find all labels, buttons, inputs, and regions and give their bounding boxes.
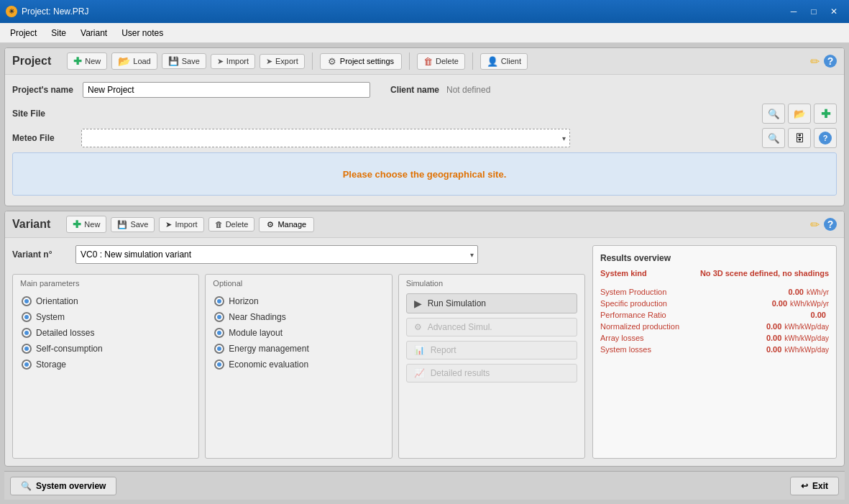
main-params-title: Main parameters (20, 279, 191, 288)
project-delete-button[interactable]: 🗑 Delete (417, 53, 465, 70)
report-button[interactable]: 📊 Report (406, 341, 577, 359)
results-system-kind-value: No 3D scene defined, no shadings (700, 269, 829, 278)
orientation-radio (22, 296, 32, 306)
array-losses-label: Array losses (600, 334, 644, 342)
param-economic-evaluation[interactable]: Economic evaluation (213, 357, 384, 372)
report-icon: 📊 (414, 345, 425, 355)
optional-title: Optional (213, 279, 384, 288)
project-import-button[interactable]: ➤ Import (211, 54, 255, 69)
variant-title: Variant (12, 218, 50, 231)
self-consumption-label: Self-consumption (36, 344, 103, 354)
menu-variant[interactable]: Variant (73, 25, 114, 41)
meteo-file-select[interactable] (81, 129, 570, 147)
normalized-production-value-group: 0.00 kWh/kWp/day (766, 322, 829, 331)
variant-delete-button[interactable]: 🗑 Delete (208, 217, 255, 232)
minimize-button[interactable]: ─ (784, 4, 803, 19)
system-production-value: 0.00 (788, 288, 803, 296)
system-production-unit: kWh/yr (807, 288, 829, 296)
advanced-simul-button[interactable]: ⚙ Advanced Simul. (406, 318, 577, 336)
variant-new-button[interactable]: ✚ New (66, 216, 106, 233)
project-save-button[interactable]: 💾 Save (162, 53, 206, 69)
site-folder-button[interactable]: 📂 (788, 104, 811, 124)
site-search-button[interactable]: 🔍 (762, 104, 785, 124)
client-name-value: Not defined (446, 85, 490, 95)
variant-save-icon: 💾 (117, 220, 127, 229)
close-button[interactable]: ✕ (825, 4, 843, 19)
meteo-search-button[interactable]: 🔍 (762, 128, 785, 148)
toolbar-separator-1 (312, 52, 313, 70)
variant-trash-icon: 🗑 (215, 220, 223, 229)
project-settings-button[interactable]: ⚙ Project settings (320, 53, 402, 70)
menu-project[interactable]: Project (3, 25, 44, 41)
alert-area: Please choose the geographical site. (12, 152, 837, 196)
param-near-shadings[interactable]: Near Shadings (213, 309, 384, 325)
module-layout-radio (214, 328, 224, 338)
param-self-consumption[interactable]: Self-consumption (20, 341, 191, 357)
toolbar-separator-3 (472, 52, 473, 70)
optional-group: Optional Horizon Near Shadings Module la… (205, 274, 392, 459)
pencil-icon[interactable]: ✏ (810, 55, 820, 68)
help-icon-meteo: ? (819, 132, 832, 145)
performance-ratio-value: 0.00 (811, 311, 826, 319)
variant-select[interactable]: VC0 : New simulation variant (75, 245, 478, 264)
variant-gear-icon: ⚙ (267, 220, 274, 229)
folder-icon: 📂 (794, 109, 806, 119)
run-simulation-button[interactable]: ▶ Run Simulation (406, 293, 577, 313)
magnify-icon: 🔍 (21, 481, 32, 491)
project-new-button[interactable]: ✚ New (67, 52, 107, 70)
menu-user-notes[interactable]: User notes (114, 25, 170, 41)
param-storage[interactable]: Storage (20, 357, 191, 372)
orientation-label: Orientation (36, 296, 78, 306)
system-radio (22, 312, 32, 322)
near-shadings-label: Near Shadings (229, 312, 285, 322)
app-icon: ☀ (6, 6, 17, 17)
site-add-button[interactable]: ✚ (814, 104, 837, 124)
meteo-db-button[interactable]: 🗄 (788, 128, 811, 148)
project-name-input[interactable] (83, 82, 370, 98)
toolbar-separator-2 (409, 52, 410, 70)
project-load-button[interactable]: 📂 Load (111, 52, 157, 70)
variant-manage-button[interactable]: ⚙ Manage (259, 217, 314, 232)
detailed-results-button[interactable]: 📈 Detailed results (406, 364, 577, 382)
plus-icon: ✚ (73, 55, 82, 67)
menu-bar: Project Site Variant User notes (0, 23, 849, 43)
maximize-button[interactable]: □ (804, 4, 823, 19)
system-losses-label: System losses (600, 345, 651, 354)
window-title: Project: New.PRJ (22, 6, 784, 17)
results-row-system-production: System Production 0.00 kWh/yr (600, 286, 829, 298)
variant-import-icon: ➤ (165, 220, 172, 229)
results-row-system-losses: System losses 0.00 kWh/kWp/day (600, 344, 829, 355)
results-row-specific-production: Specific production 0.00 kWh/kWp/yr (600, 298, 829, 309)
economic-evaluation-radio (214, 359, 224, 370)
param-detailed-losses[interactable]: Detailed losses (20, 325, 191, 341)
database-icon: 🗄 (795, 133, 804, 144)
specific-production-label: Specific production (600, 299, 667, 308)
project-export-button[interactable]: ➤ Export (260, 54, 305, 69)
param-horizon[interactable]: Horizon (213, 293, 384, 309)
trash-icon: 🗑 (423, 56, 433, 67)
import-arrow-icon: ➤ (217, 57, 224, 66)
menu-site[interactable]: Site (44, 25, 73, 41)
energy-management-radio (214, 344, 224, 354)
param-energy-management[interactable]: Energy management (213, 341, 384, 357)
chart-icon: 📈 (414, 368, 425, 378)
results-row-array-losses: Array losses 0.00 kWh/kWp/day (600, 332, 829, 344)
help-icon[interactable]: ? (824, 55, 837, 68)
array-losses-value-group: 0.00 kWh/kWp/day (766, 334, 829, 342)
search-icon-meteo: 🔍 (768, 133, 780, 144)
meteo-help-button[interactable]: ? (814, 128, 837, 148)
results-row-performance-ratio: Performance Ratio 0.00 (600, 309, 829, 321)
variant-save-button[interactable]: 💾 Save (111, 217, 155, 232)
param-module-layout[interactable]: Module layout (213, 325, 384, 341)
play-icon: ▶ (414, 298, 422, 309)
variant-help-icon[interactable]: ? (824, 218, 837, 231)
param-orientation[interactable]: Orientation (20, 293, 191, 309)
variant-import-button[interactable]: ➤ Import (159, 217, 203, 232)
project-client-button[interactable]: 👤 Client (480, 53, 528, 70)
site-file-actions: 🔍 📂 ✚ (762, 104, 837, 124)
export-arrow-icon: ➤ (266, 57, 272, 66)
system-overview-button[interactable]: 🔍 System overview (10, 477, 116, 495)
exit-button[interactable]: ↩ Exit (790, 477, 839, 495)
param-system[interactable]: System (20, 309, 191, 325)
variant-pencil-icon[interactable]: ✏ (810, 218, 820, 232)
